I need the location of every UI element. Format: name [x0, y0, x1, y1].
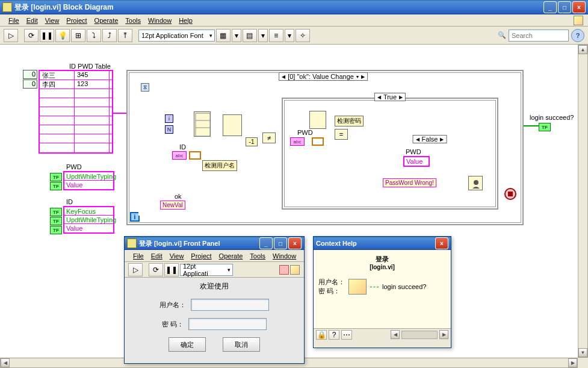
index-array-node[interactable] [194, 111, 211, 137]
scroll-right-icon[interactable]: ▶ [568, 358, 577, 367]
menu-window[interactable]: Window [144, 16, 175, 25]
menu-view[interactable]: View [42, 16, 63, 25]
close-button[interactable]: × [572, 1, 586, 13]
next-case-icon[interactable]: ▶ [361, 74, 365, 80]
ch-in1: 用户名： [318, 278, 345, 287]
id-propnode[interactable]: KeyFocus UpdtWhileTyping Value [63, 206, 114, 234]
font-select[interactable]: 12pt Application Font [138, 30, 215, 42]
fp-menu-tools[interactable]: Tools [246, 251, 269, 261]
pw-wrong-const: PassWord Wrong! [383, 178, 436, 187]
step-out-button[interactable]: ⤒ [118, 29, 132, 42]
fp-menu-project[interactable]: Project [187, 251, 215, 261]
highlight-button[interactable]: 💡 [55, 29, 70, 42]
v-scrollbar[interactable]: ▲ ▼ [578, 45, 588, 358]
conn-pane-icon[interactable] [279, 265, 289, 275]
fp-pause[interactable]: ❚❚ [164, 263, 179, 276]
pwd-inner-label: PWD [297, 129, 313, 136]
fp-font[interactable]: 12pt Applicati [180, 264, 233, 276]
context-help-window[interactable]: Context Help × 登录 [login.vi] 用户名： 密 码： l… [313, 236, 451, 348]
stop-terminal[interactable] [504, 188, 516, 200]
retain-button[interactable]: ⊞ [71, 29, 85, 42]
case-false[interactable]: ◀ False ▶ PWD Value PassWord Wrong! [373, 141, 486, 201]
reorder-drop[interactable]: ▾ [285, 29, 294, 42]
event-selector[interactable]: ◀ [0] "ok": Value Change ▾ ▶ [279, 72, 368, 81]
prev-case-icon[interactable]: ◀ [416, 137, 419, 142]
fp-close[interactable]: × [288, 237, 302, 249]
fp-menu-edit[interactable]: Edit [147, 251, 166, 261]
fp-menu-file[interactable]: File [129, 251, 147, 261]
step-into-button[interactable]: ⤵ [87, 29, 101, 42]
tf-const[interactable]: TF [50, 182, 62, 190]
ok-button[interactable]: 确定 [169, 337, 206, 352]
case-true[interactable]: ◀ True ▶ PWD abc 检测密码 = ◀ False ▶ [282, 98, 498, 210]
menu-help[interactable]: Help [175, 16, 196, 25]
notequal-node[interactable]: ≠ [262, 133, 276, 143]
front-panel-window[interactable]: 登录 [login.vi] Front Panel _ □ × File Edi… [124, 236, 305, 364]
minimize-button[interactable]: _ [543, 1, 557, 13]
menu-file[interactable]: File [5, 16, 23, 25]
while-loop[interactable]: i ◀ [0] "ok": Value Change ▾ ▶ ⧖ ID abc … [126, 70, 524, 225]
pwd2-propnode[interactable]: Value [403, 156, 430, 167]
tf-const[interactable]: TF [50, 217, 62, 225]
align-drop[interactable]: ▾ [232, 29, 241, 42]
step-over-button[interactable]: ⤴ [102, 29, 117, 42]
scroll-up-icon[interactable]: ▲ [578, 45, 587, 54]
prev-case-icon[interactable]: ◀ [282, 74, 285, 80]
pwd-control[interactable]: abc [290, 137, 305, 146]
fp-titlebar[interactable]: 登录 [login.vi] Front Panel _ □ × [125, 237, 304, 250]
tf-const[interactable]: TF [50, 226, 62, 234]
equal-node[interactable]: = [335, 129, 348, 140]
dist-drop[interactable]: ▾ [258, 29, 268, 42]
ch-viname: 登录 [318, 255, 446, 264]
menu-tools[interactable]: Tools [122, 16, 144, 25]
username-input[interactable] [191, 299, 269, 311]
cleanup-button[interactable]: ✧ [296, 29, 310, 42]
pause-button[interactable]: ❚❚ [40, 29, 54, 42]
reorder-button[interactable]: ≡ [269, 29, 283, 42]
run-button[interactable]: ▷ [4, 29, 18, 42]
fp-menu-operate[interactable]: Operate [215, 251, 247, 261]
menu-project[interactable]: Project [63, 16, 90, 25]
search-array-node[interactable] [223, 114, 242, 136]
pwd-propnode[interactable]: UpdtWhileTyping Value [63, 171, 114, 190]
next-case-icon[interactable]: ▶ [399, 95, 403, 100]
menu-operate[interactable]: Operate [91, 16, 122, 25]
ch-titlebar[interactable]: Context Help × [314, 237, 451, 250]
scroll-down-icon[interactable]: ▼ [578, 348, 587, 357]
search-input[interactable] [509, 30, 569, 42]
ch-close[interactable]: × [435, 237, 448, 249]
run-cont-button[interactable]: ⟳ [24, 29, 39, 42]
fp-runc[interactable]: ⟳ [149, 263, 163, 276]
ch-scroll-left[interactable]: ◀ [391, 330, 400, 339]
case-false-selector[interactable]: ◀ False ▶ [413, 135, 447, 143]
ch-more-icon[interactable]: ⋯ [341, 330, 352, 340]
fp-minimize[interactable]: _ [259, 237, 273, 249]
fp-menu-window[interactable]: Window [269, 251, 300, 261]
fp-menu-view[interactable]: View [166, 251, 188, 261]
help-button[interactable]: ? [571, 29, 584, 42]
password-input[interactable] [188, 318, 267, 330]
id-pwd-table[interactable]: 张三345 李四123 [39, 70, 113, 154]
case-drop-icon[interactable]: ▾ [356, 74, 359, 80]
event-structure[interactable]: ◀ [0] "ok": Value Change ▾ ▶ ⧖ ID abc ok… [138, 78, 508, 216]
case-true-selector[interactable]: ◀ True ▶ [374, 93, 406, 101]
ch-scroll-right[interactable]: ▶ [439, 330, 448, 339]
dialog-node[interactable] [468, 176, 483, 190]
menu-edit[interactable]: Edit [23, 16, 42, 25]
tf-const[interactable]: TF [50, 208, 62, 216]
fp-run[interactable]: ▷ [128, 263, 143, 276]
distribute-button[interactable]: ▤ [243, 29, 257, 42]
id-control[interactable]: abc [172, 151, 187, 160]
cancel-button[interactable]: 取消 [223, 337, 260, 352]
ch-lock-icon[interactable]: 🔒 [316, 330, 327, 340]
prev-case-icon[interactable]: ◀ [377, 95, 381, 100]
fp-maximize[interactable]: □ [274, 237, 287, 249]
align-button[interactable]: ▦ [216, 29, 231, 42]
maximize-button[interactable]: □ [558, 1, 571, 13]
scroll-left-icon[interactable]: ◀ [1, 358, 10, 367]
ch-detail-icon[interactable]: ? [329, 330, 339, 340]
next-case-icon[interactable]: ▶ [440, 137, 444, 142]
index-node[interactable] [309, 111, 326, 129]
tf-const[interactable]: TF [50, 173, 62, 181]
vi-icon[interactable] [290, 265, 300, 275]
